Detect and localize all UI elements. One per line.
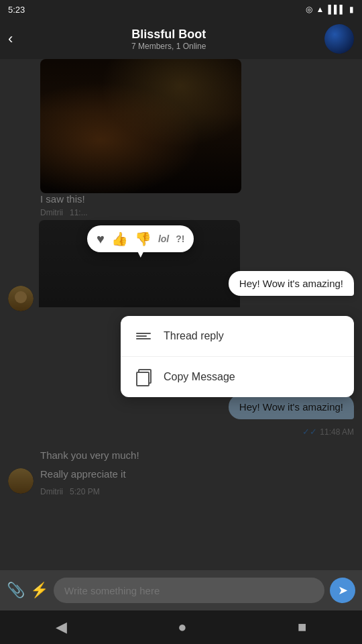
copy-message-label: Copy Message [164, 371, 235, 383]
context-copy-message[interactable]: Copy Message [121, 357, 354, 397]
header: ‹ Blissful Boot 7 Members, 1 Online [0, 19, 362, 59]
nav-bar: ◀ ● ■ [0, 610, 362, 644]
chat-subtitle: 7 Members, 1 Online [21, 42, 316, 51]
battery-icon: ▮ [349, 5, 354, 14]
nav-home-button[interactable]: ● [178, 619, 186, 636]
thread-reply-label: Thread reply [164, 330, 224, 342]
back-button[interactable]: ‹ [8, 30, 13, 48]
context-thread-reply[interactable]: Thread reply [121, 316, 354, 357]
status-time: 5:23 [8, 5, 25, 15]
avatar-image [324, 24, 354, 54]
reaction-thumbsdown[interactable]: 👎 [135, 231, 152, 247]
send-icon: ➤ [338, 583, 348, 598]
dim-overlay [0, 59, 362, 570]
message-input[interactable] [54, 578, 324, 603]
nav-back-button[interactable]: ◀ [56, 619, 67, 636]
bolt-icon[interactable]: ⚡ [30, 582, 48, 599]
status-icons: ◎ ▲ ▌▌▌ ▮ [306, 5, 354, 14]
location-icon: ◎ [306, 5, 312, 14]
send-button[interactable]: ➤ [330, 578, 355, 603]
status-bar: 5:23 ◎ ▲ ▌▌▌ ▮ [0, 0, 362, 19]
group-avatar[interactable] [324, 24, 354, 54]
chat-title: Blissful Boot [21, 28, 316, 42]
reaction-heart[interactable]: ♥ [97, 231, 105, 247]
header-info: Blissful Boot 7 Members, 1 Online [21, 28, 316, 51]
message-bubble-popup: Hey! Wow it's amazing! [229, 271, 354, 296]
thread-reply-icon [134, 327, 153, 345]
wifi-icon: ▲ [316, 5, 324, 14]
input-bar: 📎 ⚡ ➤ [0, 570, 362, 610]
context-menu: Thread reply Copy Message [121, 316, 354, 397]
attach-icon[interactable]: 📎 [7, 582, 25, 599]
reaction-thumbsup[interactable]: 👍 [111, 231, 128, 247]
signal-icon: ▌▌▌ [328, 5, 345, 14]
copy-message-icon [134, 368, 153, 386]
chat-area: I saw this! Dmitrii 11:... ♥ 👍 👎 lol ?! … [0, 59, 362, 570]
reaction-lol[interactable]: lol [158, 233, 169, 244]
reaction-popup: ♥ 👍 👎 lol ?! [87, 225, 194, 252]
reaction-surprise[interactable]: ?! [176, 233, 184, 244]
nav-recents-button[interactable]: ■ [298, 619, 306, 636]
